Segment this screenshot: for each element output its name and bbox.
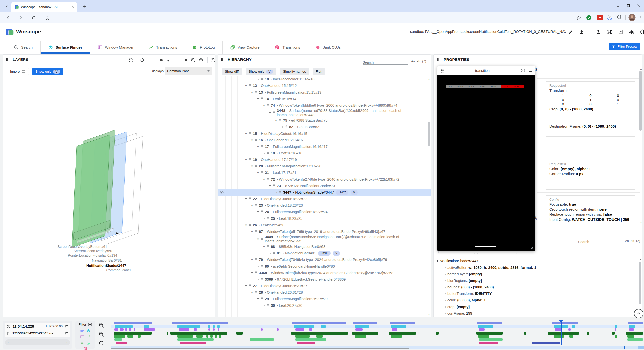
trace-entry-transitions[interactable]	[479, 342, 498, 344]
trace-entry-transitions[interactable]	[297, 342, 315, 344]
tree-node-27[interactable]: ▼27 - HideDisplayCutout:26:31#27	[218, 283, 431, 289]
profile-avatar[interactable]	[628, 14, 636, 21]
tree-node-28[interactable]: ▼28 - OneHanded:26:31#28	[218, 289, 431, 296]
tree-scroll-down-icon[interactable]: ▼	[428, 313, 430, 316]
expand-arrow-icon[interactable]: ▼	[257, 145, 260, 149]
trace-entry-protolog[interactable]	[478, 335, 490, 338]
trace-entry-surface-flinger[interactable]	[115, 325, 133, 328]
pan-left-icon[interactable]: ‹	[8, 341, 9, 344]
spacing-slider[interactable]	[173, 60, 188, 60]
trace-entry-window-manager[interactable]	[615, 328, 616, 331]
detail-item-dataspace[interactable]: dataspace:BT709 sRGB Full range	[436, 317, 637, 317]
timeline-pan-slider[interactable]: ‹ ›	[5, 339, 70, 345]
expand-arrow-icon[interactable]: ▼	[245, 158, 248, 162]
tree-node-14[interactable]: ▼14 - Leaf:15:15#14	[218, 96, 431, 102]
tree-node-3368[interactable]: ▼3368 - WindowToken{f6b2f60 type=2024 an…	[218, 270, 431, 276]
trace-entry-view-capture[interactable]	[114, 338, 122, 341]
trace-entry-protolog[interactable]	[316, 335, 322, 338]
download-icon[interactable]	[579, 29, 584, 35]
properties-search-input[interactable]	[578, 240, 622, 244]
trace-entry-surface-flinger[interactable]	[629, 325, 635, 328]
trace-entry-transitions[interactable]	[180, 342, 206, 344]
expand-arrow-icon[interactable]: ▼	[251, 203, 254, 208]
props-scroll-down-icon[interactable]: ▼	[640, 221, 642, 224]
expand-arrow-icon[interactable]: ▼	[436, 259, 440, 262]
back-icon[interactable]	[4, 14, 12, 22]
trace-entry-surface-flinger[interactable]	[294, 325, 314, 328]
tree-node-16[interactable]: ▼16 - OneHanded:16:16#16	[218, 137, 431, 143]
tree-node-23[interactable]: ▼23 - OneHanded:18:23#23	[218, 202, 431, 209]
tree-node-17[interactable]: ▼17 - FullscreenMagnification:16:16#17	[218, 143, 431, 150]
layer-label[interactable]: ScreenDecorOverlayBottom#61	[57, 245, 107, 249]
detail-item-color[interactable]: color:(0, 0, 0), alpha: 1	[436, 297, 637, 303]
match-case-icon[interactable]: Aa	[625, 239, 629, 243]
trace-entry-protolog[interactable]	[177, 335, 193, 338]
match-word-icon[interactable]: ab	[631, 239, 634, 243]
tree-node-12[interactable]: ▼12 - OneHanded:15:15#12	[218, 82, 431, 89]
videocam-filter-icon[interactable]	[80, 329, 85, 333]
tab-transitions[interactable]: Transitions	[267, 41, 307, 54]
trace-entry-protolog[interactable]	[627, 335, 634, 338]
expand-arrow-icon[interactable]: ▼	[263, 245, 266, 249]
timeline-tracks[interactable]	[111, 320, 644, 350]
trace-entry-surface-flinger[interactable]	[391, 325, 406, 328]
collapse-panel-icon[interactable]	[437, 57, 441, 62]
trace-entry-transactions[interactable]	[389, 332, 416, 335]
tree-node-3369[interactable]: 3369 - 67726bf EdgeBackGestureHandler0#3…	[218, 276, 431, 283]
trace-entry-view-capture[interactable]	[177, 338, 214, 341]
tree-node-81[interactable]: 81 - NavigationBar0#81HWCV	[218, 250, 431, 256]
trace-entry-protolog[interactable]	[127, 335, 133, 338]
trace-entry-transactions[interactable]	[170, 332, 227, 335]
trace-entry-shell-transitions[interactable]	[532, 342, 560, 344]
edit-pencil-icon[interactable]	[568, 29, 573, 35]
tab-transactions[interactable]: Transactions	[141, 41, 184, 54]
forward-icon[interactable]	[17, 14, 25, 22]
expand-arrow-icon[interactable]: ▼	[251, 258, 254, 262]
detail-item-bounds[interactable]: bounds:(0, 0) - (1080, 2400)	[436, 284, 637, 290]
spiral-filter-icon[interactable]	[83, 347, 88, 350]
tree-node-82[interactable]: 82 - StatusBar#82	[218, 124, 431, 130]
copy-icon[interactable]	[65, 324, 68, 328]
trace-entry-view-capture[interactable]	[627, 338, 643, 341]
window-filter-icon[interactable]	[80, 335, 85, 339]
timeline-scrollbar-thumb[interactable]	[111, 348, 409, 349]
ignore-chip[interactable]: Ignore	[7, 68, 29, 75]
trace-entry-window-manager[interactable]	[479, 328, 485, 331]
trace-entry-window-manager[interactable]	[129, 328, 131, 331]
tree-node-79[interactable]: ▼79 - WindowToken{7046b4a type=2024 andr…	[218, 256, 431, 263]
layer-label[interactable]: ScreenDecorOverlay#60	[74, 249, 112, 253]
trace-entry-protolog[interactable]	[138, 335, 141, 338]
collapse-panel-icon[interactable]	[6, 57, 11, 62]
tree-node-22[interactable]: ▼22 - HideDisplayCutout:18:23#22	[218, 196, 431, 202]
tree-node-3447[interactable]: 3447 - NotificationShade#3447HWCV	[218, 189, 431, 196]
trace-entry-transactions[interactable]	[587, 332, 589, 335]
tree-node-13[interactable]: ▼13 - FullscreenMagnification:15:15#13	[218, 89, 431, 96]
trace-entry-window-manager[interactable]	[125, 328, 127, 331]
props-scroll-up-icon[interactable]: ▲	[640, 68, 642, 70]
reset-view-icon[interactable]	[211, 58, 215, 63]
tree-scroll-up-icon[interactable]: ▲	[428, 77, 430, 81]
trace-entry-window-manager[interactable]	[261, 328, 263, 331]
tree-node-72[interactable]: ▼72 - WindowToken{a2746de type=2040 andr…	[218, 176, 431, 183]
trace-entry-surface-flinger[interactable]	[208, 325, 210, 328]
shortcuts-command-icon[interactable]	[607, 29, 612, 35]
trace-entry-surface-flinger[interactable]	[355, 325, 369, 328]
trace-entry-transactions[interactable]	[114, 332, 152, 335]
trace-entry-transactions[interactable]	[524, 332, 526, 335]
expand-arrow-icon[interactable]: ▼	[245, 223, 248, 227]
timeline-cursor-line[interactable]	[561, 320, 562, 345]
trace-entry-surface-flinger[interactable]	[177, 325, 200, 328]
trace-entry-window-manager[interactable]	[629, 328, 634, 331]
filter-presets-button[interactable]: Filter Presets	[609, 43, 640, 50]
layer-label[interactable]: NotificationShade#3447	[86, 264, 126, 268]
trace-entry-screen-recording[interactable]	[477, 322, 502, 324]
ns-timestamp[interactable]: 1715339054227572545 ns	[12, 331, 63, 335]
trace-entry-transactions[interactable]	[167, 332, 168, 335]
docs-book-icon[interactable]	[618, 29, 623, 35]
tree-node-74[interactable]: ▼74 - WindowToken{fdddbe6 type=2000 andr…	[218, 102, 431, 109]
trace-entry-protolog[interactable]	[215, 335, 217, 338]
trace-entry-window-manager[interactable]	[208, 328, 210, 331]
tree-node-3448[interactable]: ▼3448 - Surface(name=ed70f88 StatusBar)/…	[218, 109, 431, 117]
trace-entry-window-manager[interactable]	[144, 328, 155, 331]
extension-red-icon[interactable]	[597, 15, 603, 20]
